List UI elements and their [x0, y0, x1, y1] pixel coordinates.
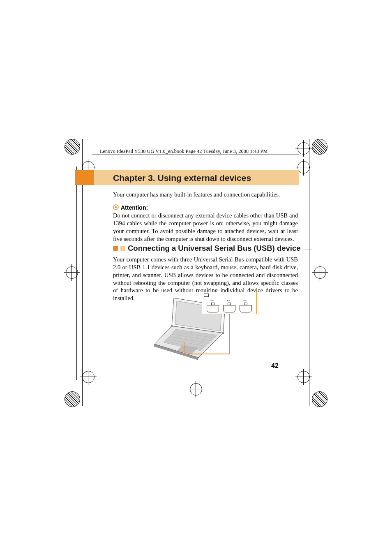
callout-leader — [184, 354, 230, 354]
port-detail-icon — [204, 294, 209, 297]
attention-icon — [113, 204, 119, 210]
registration-mark — [297, 371, 310, 383]
registration-mark — [297, 142, 310, 155]
registration-hatch — [312, 391, 327, 407]
header-rule-top — [92, 147, 299, 147]
registration-hatch — [65, 139, 80, 155]
registration-mark — [314, 266, 326, 279]
section-bullet-icon — [113, 246, 118, 251]
book-header-text: Lenovo IdeaPad Y530 UG V1.0_en.book Page… — [100, 148, 267, 155]
header-rule-bottom — [92, 155, 299, 155]
usb-port-icon: ⊷ — [240, 305, 252, 312]
usb-port-icon: ⊷ — [207, 305, 219, 312]
intro-paragraph: Your computer has many built-in features… — [113, 191, 298, 199]
registration-hatch — [312, 139, 327, 155]
attention-label: Attention: — [121, 204, 148, 211]
callout-leader — [184, 342, 184, 354]
page-number: 42 — [271, 362, 279, 370]
crop-line — [76, 166, 77, 380]
svg-point-20 — [222, 332, 224, 334]
crop-line — [315, 166, 315, 380]
usb-port-icon: ⊷ — [223, 305, 235, 312]
registration-hatch — [65, 391, 80, 407]
section-title: Connecting a Universal Serial Bus (USB) … — [128, 244, 301, 253]
chapter-title: Chapter 3. Using external devices — [113, 173, 251, 183]
crop-line — [309, 139, 309, 406]
section-heading-row: Connecting a Universal Serial Bus (USB) … — [113, 244, 312, 253]
svg-point-1 — [115, 206, 117, 208]
registration-mark — [297, 161, 310, 173]
attention-body: Do not connect or disconnect any externa… — [113, 212, 298, 243]
svg-point-19 — [171, 325, 173, 327]
section-bullet-icon — [120, 246, 125, 251]
callout-leader — [229, 314, 230, 354]
registration-mark — [82, 371, 95, 383]
chapter-banner-accent — [75, 170, 94, 185]
document-page: Lenovo IdeaPad Y530 UG V1.0_en.book Page… — [0, 0, 392, 555]
section-title-dash: — — [305, 244, 313, 253]
registration-mark — [190, 383, 202, 395]
usb-ports-callout: ⊷ ⊷ ⊷ — [202, 292, 257, 314]
